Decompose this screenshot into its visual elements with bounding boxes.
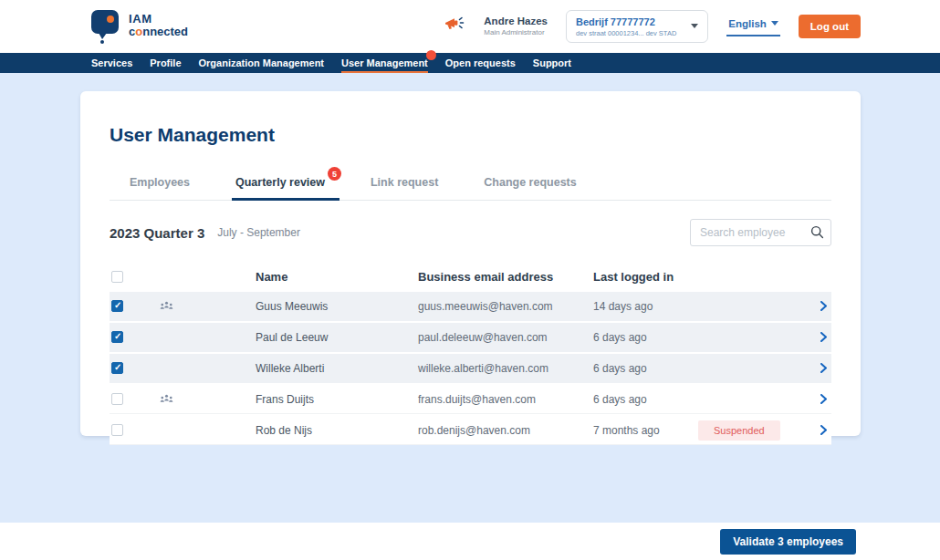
nav-item-profile[interactable]: Profile xyxy=(150,53,181,73)
search-icon[interactable] xyxy=(810,225,824,243)
table-row: Guus Meeuwis guus.meeuwis@haven.com 14 d… xyxy=(110,292,831,321)
nav-item-support[interactable]: Support xyxy=(533,53,571,73)
nav-item-open-requests[interactable]: Open requests xyxy=(445,53,516,73)
nav-item-user-management[interactable]: User Management xyxy=(341,53,428,73)
period-title: 2023 Quarter 3 xyxy=(110,225,204,241)
last-logged-in: 6 days ago xyxy=(593,362,698,375)
table-row: Paul de Leeuw paul.deleeuw@haven.com 6 d… xyxy=(110,323,831,352)
header-right: Andre Hazes Main Administrator Bedrijf 7… xyxy=(444,10,861,42)
employee-table: Name Business email address Last logged … xyxy=(110,261,831,445)
last-logged-in: 6 days ago xyxy=(593,331,698,344)
last-logged-in: 6 days ago xyxy=(593,393,698,406)
user-info: Andre Hazes Main Administrator xyxy=(484,16,548,36)
language-label: English xyxy=(728,18,767,29)
column-header-name: Name xyxy=(256,270,418,284)
select-all-checkbox[interactable] xyxy=(111,271,123,283)
row-chevron-icon[interactable] xyxy=(808,363,831,373)
column-header-email: Business email address xyxy=(418,270,593,284)
employee-email: rob.denijs@haven.com xyxy=(418,424,593,437)
table-row: Rob de Nijs rob.denijs@haven.com 7 month… xyxy=(110,416,831,445)
company-selector[interactable]: Bedrijf 77777772 dev straat 00001234... … xyxy=(566,10,708,42)
team-icon xyxy=(146,298,256,315)
logo-mark-icon xyxy=(91,8,124,45)
row-chevron-icon[interactable] xyxy=(808,394,831,404)
employee-email: paul.deleeuw@haven.com xyxy=(418,331,593,344)
logo[interactable]: IAM connected xyxy=(91,8,188,45)
row-chevron-icon[interactable] xyxy=(808,301,831,311)
page-title: User Management xyxy=(110,124,831,146)
footer-bar: Validate 3 employees xyxy=(0,523,940,560)
nav-item-organization-management[interactable]: Organization Management xyxy=(199,53,325,73)
table-row: Frans Duijts frans.duijts@haven.com 6 da… xyxy=(110,385,831,414)
content-area: User Management Employees Quarterly revi… xyxy=(0,73,940,523)
column-header-last-logged-in: Last logged in xyxy=(593,270,698,284)
search-box xyxy=(690,219,831,246)
employee-name: Rob de Nijs xyxy=(256,424,418,437)
table-row: Willeke Alberti willeke.alberti@haven.co… xyxy=(110,354,831,383)
status-badge: Suspended xyxy=(698,420,780,441)
logo-text: IAM connected xyxy=(129,8,188,37)
row-checkbox[interactable] xyxy=(111,362,123,374)
row-chevron-icon[interactable] xyxy=(808,425,831,435)
company-name: Bedrijf 77777772 xyxy=(576,16,676,28)
row-checkbox[interactable] xyxy=(111,424,123,436)
employee-name: Frans Duijts xyxy=(256,393,418,406)
app-header: IAM connected Andre Hazes Main Administr… xyxy=(0,0,940,53)
employee-email: willeke.alberti@haven.com xyxy=(418,362,593,375)
nav-item-services[interactable]: Services xyxy=(91,53,132,73)
user-management-card: User Management Employees Quarterly revi… xyxy=(80,91,861,436)
last-logged-in: 14 days ago xyxy=(593,300,698,313)
logout-button[interactable]: Log out xyxy=(799,15,861,38)
language-selector[interactable]: English xyxy=(726,16,780,36)
team-icon xyxy=(146,391,256,408)
tabs: Employees Quarterly review 5 Link reques… xyxy=(110,168,831,201)
period-row: 2023 Quarter 3 July - September xyxy=(110,219,831,246)
table-body: Guus Meeuwis guus.meeuwis@haven.com 14 d… xyxy=(110,292,831,445)
tab-link-request[interactable]: Link request xyxy=(369,168,440,200)
notification-dot-icon xyxy=(426,50,436,60)
main-nav: Services Profile Organization Management… xyxy=(0,53,940,73)
tab-employees[interactable]: Employees xyxy=(128,168,192,200)
chevron-down-icon xyxy=(691,24,698,28)
row-checkbox[interactable] xyxy=(111,300,123,312)
tab-change-requests[interactable]: Change requests xyxy=(482,168,578,200)
row-checkbox[interactable] xyxy=(111,331,123,343)
employee-name: Paul de Leeuw xyxy=(256,331,418,344)
employee-email: frans.duijts@haven.com xyxy=(418,393,593,406)
table-header: Name Business email address Last logged … xyxy=(110,261,831,292)
row-chevron-icon[interactable] xyxy=(808,332,831,342)
employee-name: Guus Meeuwis xyxy=(256,300,418,313)
employee-name: Willeke Alberti xyxy=(256,362,418,375)
last-logged-in: 7 months ago xyxy=(593,424,698,437)
megaphone-icon[interactable] xyxy=(444,16,465,36)
period-subtitle: July - September xyxy=(217,226,300,239)
user-name: Andre Hazes xyxy=(484,16,548,28)
tab-quarterly-review[interactable]: Quarterly review 5 xyxy=(234,168,327,200)
employee-email: guus.meeuwis@haven.com xyxy=(418,300,593,313)
user-role: Main Administrator xyxy=(484,28,548,37)
chevron-down-icon xyxy=(771,21,778,26)
tab-badge: 5 xyxy=(328,167,341,181)
validate-button[interactable]: Validate 3 employees xyxy=(720,529,856,555)
row-checkbox[interactable] xyxy=(111,393,123,405)
company-address: dev straat 00001234... dev STAD xyxy=(576,29,676,37)
